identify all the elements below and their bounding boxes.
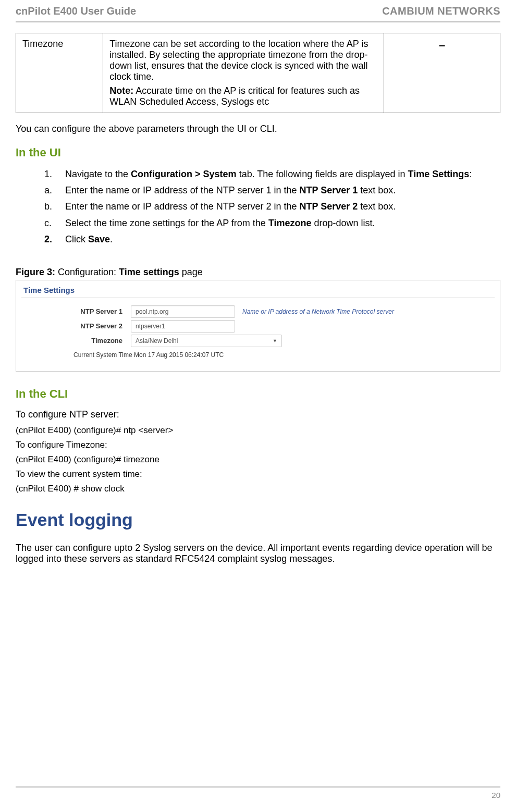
step-b: b. Enter the name or IP address of the N… <box>44 200 500 213</box>
fig-label: Figure 3: <box>16 267 55 277</box>
step-text: Navigate to the <box>65 169 131 179</box>
ntp1-row: NTP Server 1 Name or IP address of a Net… <box>21 305 495 318</box>
intro-line: You can configure the above parameters t… <box>16 124 500 134</box>
step-marker: 2. <box>44 233 60 246</box>
step-2: 2. Click Save. <box>44 233 500 246</box>
footer: 20 <box>16 786 500 799</box>
parameter-table: Timezone Timezone can be set according t… <box>16 33 500 113</box>
footer-rule <box>16 786 500 788</box>
note-label: Note: <box>109 85 133 96</box>
step-marker: c. <box>44 217 60 230</box>
step-text: Enter the name or IP address of the NTP … <box>65 185 300 195</box>
param-desc-main: Timezone can be set according to the loc… <box>109 39 368 82</box>
step-text: Enter the name or IP address of the NTP … <box>65 201 300 212</box>
in-the-cli-heading: In the CLI <box>16 387 500 401</box>
chevron-down-icon: ▼ <box>273 338 277 343</box>
step-bold: NTP Server 2 <box>300 201 358 212</box>
step-text: Select the time zone settings for the AP… <box>65 218 268 228</box>
ui-steps-list: 1. Navigate to the Configuration > Syste… <box>44 168 500 246</box>
step-marker: a. <box>44 184 60 197</box>
brand-name: CAMBIUM NETWORKS <box>382 5 500 17</box>
param-desc-cell: Timezone can be set according to the loc… <box>103 33 384 113</box>
step-bold: Save <box>88 234 110 244</box>
step-text: text box. <box>358 201 396 212</box>
current-system-time: Current System Time Mon 17 Aug 2015 06:2… <box>73 351 495 359</box>
time-settings-screenshot: Time Settings NTP Server 1 Name or IP ad… <box>16 280 500 372</box>
step-text: tab. The following fields are displayed … <box>237 169 408 179</box>
header-bar: cnPilot E400 User Guide CAMBIUM NETWORKS <box>16 0 500 22</box>
param-default-cell: – <box>384 33 500 113</box>
ntp2-label: NTP Server 2 <box>21 322 131 330</box>
param-name-cell: Timezone <box>16 33 103 113</box>
cli-sub-1: To configure NTP server: <box>16 409 500 420</box>
step-a: a. Enter the name or IP address of the N… <box>44 184 500 197</box>
fig-text: page <box>179 267 203 277</box>
timezone-value: Asia/New Delhi <box>136 337 178 345</box>
step-c: c. Select the time zone settings for the… <box>44 217 500 230</box>
ntp1-help: Name or IP address of a Network Time Pro… <box>242 308 394 315</box>
ntp1-label: NTP Server 1 <box>21 307 131 315</box>
ntp-server-1-input[interactable] <box>131 305 235 318</box>
fig-text: Configuration: <box>55 267 119 277</box>
figure-caption: Figure 3: Configuration: Time settings p… <box>16 267 500 278</box>
note-text: Accurate time on the AP is critical for … <box>109 85 360 107</box>
step-bold: Timezone <box>268 218 312 228</box>
param-note: Note: Accurate time on the AP is critica… <box>109 85 377 107</box>
timezone-select[interactable]: Asia/New Delhi ▼ <box>131 335 282 347</box>
step-bold: NTP Server 1 <box>300 185 358 195</box>
cli-sub-3: To view the current system time: <box>16 469 500 479</box>
cli-line-1: (cnPilot E400) (configure)# ntp <server> <box>16 425 500 436</box>
timezone-label: Timezone <box>21 337 131 345</box>
ntp2-row: NTP Server 2 <box>21 320 495 333</box>
step-text: Click <box>65 234 88 244</box>
step-bold: Configuration > System <box>131 169 237 179</box>
step-1: 1. Navigate to the Configuration > Syste… <box>44 168 500 181</box>
step-marker: b. <box>44 200 60 213</box>
page-number: 20 <box>16 791 500 799</box>
step-bold: Time Settings <box>408 169 470 179</box>
panel-divider <box>21 298 495 298</box>
step-text: : <box>469 169 472 179</box>
panel-title: Time Settings <box>23 286 495 294</box>
event-logging-body: The user can configure upto 2 Syslog ser… <box>16 543 500 564</box>
cli-line-3: (cnPilot E400) # show clock <box>16 484 500 494</box>
step-text: . <box>110 234 113 244</box>
doc-title: cnPilot E400 User Guide <box>16 5 136 17</box>
step-text: text box. <box>358 185 396 195</box>
ntp-server-2-input[interactable] <box>131 320 235 333</box>
step-marker: 1. <box>44 168 60 181</box>
fig-bold: Time settings <box>119 267 179 277</box>
in-the-ui-heading: In the UI <box>16 146 500 159</box>
table-row: Timezone Timezone can be set according t… <box>16 33 500 113</box>
cli-sub-2: To configure Timezone: <box>16 440 500 450</box>
timezone-row: Timezone Asia/New Delhi ▼ <box>21 335 495 347</box>
cli-line-2: (cnPilot E400) (configure)# timezone <box>16 454 500 465</box>
event-logging-heading: Event logging <box>16 510 500 530</box>
step-text: drop-down list. <box>312 218 375 228</box>
